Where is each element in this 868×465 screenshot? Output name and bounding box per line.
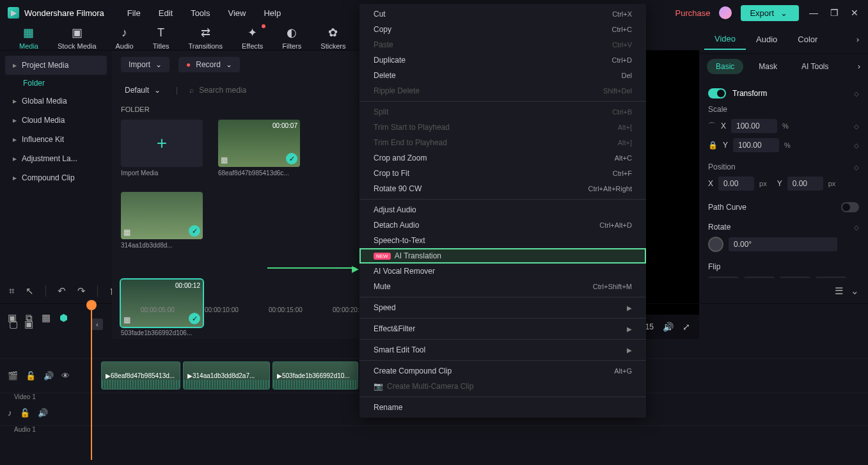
- ctx-mute[interactable]: MuteCtrl+Shift+M: [359, 279, 646, 294]
- check-icon: ✓: [286, 153, 297, 164]
- purchase-link[interactable]: Purchase: [675, 8, 711, 18]
- sidebar-item-global-media[interactable]: ▸Global Media: [5, 91, 107, 111]
- ctx-paste: PasteCtrl+V: [359, 37, 646, 52]
- tooltab-stickers[interactable]: ✿Stickers: [320, 26, 345, 50]
- tl-select-icon[interactable]: ⌗: [9, 285, 14, 297]
- chevron-right-icon: ▶: [627, 326, 632, 333]
- tl-icon-3[interactable]: ▦: [42, 312, 51, 324]
- keyframe-diamond-icon[interactable]: ◇: [854, 142, 859, 149]
- chevron-right-icon[interactable]: ›: [858, 62, 860, 71]
- menu-edit[interactable]: Edit: [159, 8, 173, 18]
- search-input[interactable]: ⌕ Search media: [189, 86, 246, 95]
- chevron-down-icon[interactable]: ⌄: [851, 285, 859, 297]
- tab-video[interactable]: Video: [704, 29, 746, 50]
- ctx-smart-edit-tool[interactable]: Smart Edit Tool▶: [359, 342, 646, 358]
- sidebar-item-cloud-media[interactable]: ▸Cloud Media: [5, 111, 107, 130]
- ctx-create-compound-clip[interactable]: Create Compound ClipAlt+G: [359, 363, 646, 379]
- tl-icon-1[interactable]: ▣: [8, 312, 17, 324]
- maximize-button[interactable]: ❐: [828, 8, 840, 18]
- tooltab-filters[interactable]: ◐Filters: [282, 26, 301, 50]
- tooltab-effects[interactable]: ✦Effects: [242, 26, 263, 50]
- tab-audio[interactable]: Audio: [746, 29, 787, 49]
- chevron-right-icon[interactable]: ›: [853, 35, 863, 44]
- chevron-down-icon: ⌄: [226, 60, 232, 69]
- tl-cursor-icon[interactable]: ↖: [26, 285, 34, 297]
- ctx-ai-vocal-remover[interactable]: AI Vocal Remover: [359, 264, 646, 279]
- ctx-detach-audio[interactable]: Detach AudioCtrl+Alt+D: [359, 217, 646, 233]
- ctx-speech-to-text[interactable]: Speech-to-Text: [359, 233, 646, 248]
- ctx-cut[interactable]: CutCtrl+X: [359, 6, 646, 22]
- ctx-adjust-audio[interactable]: Adjust Audio: [359, 202, 646, 217]
- sidebar-item-compound-clip[interactable]: ▸Compound Clip: [5, 168, 107, 187]
- context-menu: CutCtrl+XCopyCtrl+CPasteCtrl+VDuplicateC…: [359, 4, 646, 418]
- sidebar-folder[interactable]: Folder: [5, 75, 107, 91]
- ctx-copy[interactable]: CopyCtrl+C: [359, 22, 646, 37]
- transform-toggle[interactable]: [708, 88, 726, 99]
- properties-panel: Video Audio Color › Basic Mask AI Tools …: [699, 26, 868, 278]
- ctx-ai-translation[interactable]: NEWAI Translation: [359, 248, 646, 264]
- scale-y-input[interactable]: [733, 138, 779, 152]
- keyframe-diamond-icon[interactable]: ◇: [854, 224, 859, 231]
- lock-icon[interactable]: 🔓: [26, 371, 36, 381]
- close-button[interactable]: ✕: [849, 8, 860, 18]
- mute-icon[interactable]: 🔊: [38, 408, 48, 418]
- lock-icon[interactable]: 🔓: [20, 408, 30, 418]
- undo-icon[interactable]: ↶: [58, 285, 66, 297]
- redo-icon[interactable]: ↷: [77, 285, 86, 297]
- keyframe-diamond-icon[interactable]: ◇: [854, 164, 859, 171]
- media-clip[interactable]: 00:00:07▦✓68eaf8d47b985413d6c...: [218, 120, 300, 177]
- ctx-crop-and-zoom[interactable]: Crop and ZoomAlt+C: [359, 150, 646, 166]
- tab-color[interactable]: Color: [787, 29, 828, 49]
- video-track-icon[interactable]: 🎬: [8, 371, 18, 381]
- pos-y-input[interactable]: [787, 177, 823, 191]
- ctx-crop-to-fit[interactable]: Crop to FitCtrl+F: [359, 166, 646, 181]
- ctx-rotate-cw[interactable]: Rotate 90 CWCtrl+Alt+Right: [359, 181, 646, 196]
- effects-icon: ✦: [248, 26, 257, 40]
- export-button[interactable]: Export ⌄: [741, 5, 799, 21]
- sidebar-item-adjustment-la-[interactable]: ▸Adjustment La...: [5, 149, 107, 168]
- eye-icon[interactable]: 👁: [61, 371, 70, 381]
- sidebar-item-influence-kit[interactable]: ▸Influence Kit: [5, 130, 107, 149]
- subtab-mask[interactable]: Mask: [750, 59, 786, 74]
- import-dropdown[interactable]: Import⌄: [121, 57, 170, 72]
- rotate-knob[interactable]: [708, 237, 723, 252]
- media-clip[interactable]: ▦✓314aa1db3dd8d...: [121, 192, 203, 249]
- ctx-speed[interactable]: Speed▶: [359, 300, 646, 315]
- ctx-effect-filter[interactable]: Effect&Filter▶: [359, 321, 646, 336]
- keyframe-diamond-icon[interactable]: ◇: [854, 123, 859, 130]
- mute-icon[interactable]: 🔊: [43, 371, 54, 381]
- marker-icon[interactable]: ⬢: [59, 312, 68, 324]
- timeline-clip[interactable]: ▶ 503fade1b366992d10...: [272, 361, 358, 390]
- pathcurve-toggle[interactable]: [841, 202, 859, 212]
- menu-file[interactable]: File: [127, 8, 141, 18]
- sort-dropdown[interactable]: Default⌄: [121, 83, 164, 97]
- ctx-delete[interactable]: DeleteDel: [359, 68, 646, 83]
- tl-icon-2[interactable]: ⧉: [26, 312, 33, 324]
- tooltab-stock-media[interactable]: ▣Stock Media: [58, 26, 97, 50]
- timeline-clip[interactable]: ▶ 314aa1db3dd8d2a7...: [183, 361, 270, 390]
- keyframe-diamond-icon[interactable]: ◇: [854, 90, 859, 97]
- import-media-tile[interactable]: + Import Media: [121, 120, 203, 177]
- timeline-clip[interactable]: ▶ 68eaf8d47b985413d...: [101, 361, 180, 390]
- record-dropdown[interactable]: ●Record⌄: [178, 57, 240, 72]
- user-avatar[interactable]: [719, 6, 732, 19]
- menu-help[interactable]: Help: [264, 8, 281, 18]
- scale-x-input[interactable]: [731, 119, 777, 133]
- ctx-duplicate[interactable]: DuplicateCtrl+D: [359, 52, 646, 68]
- list-view-icon[interactable]: ☰: [835, 285, 843, 297]
- tooltab-audio[interactable]: ♪Audio: [116, 26, 134, 50]
- tooltab-transitions[interactable]: ⇄Transitions: [189, 26, 223, 50]
- pos-x-input[interactable]: [718, 177, 754, 191]
- sidebar-item-project-media[interactable]: ▸Project Media: [5, 56, 107, 75]
- rotate-input[interactable]: [729, 237, 837, 251]
- menu-view[interactable]: View: [228, 8, 246, 18]
- tooltab-media[interactable]: ▦Media: [19, 26, 38, 50]
- menu-tools[interactable]: Tools: [191, 8, 210, 18]
- subtab-ai-tools[interactable]: AI Tools: [793, 59, 837, 74]
- ctx-rename[interactable]: Rename: [359, 400, 646, 415]
- audio-track-icon[interactable]: ♪: [8, 408, 12, 418]
- minimize-button[interactable]: —: [808, 8, 819, 18]
- subtab-basic[interactable]: Basic: [707, 59, 743, 74]
- link-icon[interactable]: 🔒: [708, 141, 718, 150]
- tooltab-titles[interactable]: TTitles: [153, 26, 170, 50]
